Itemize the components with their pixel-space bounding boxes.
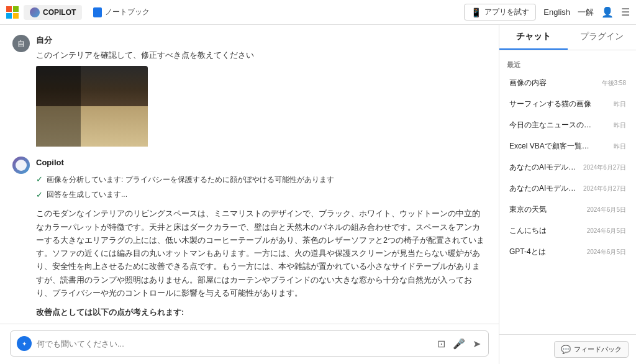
input-area: ✦ ⊡ 🎤 ➤: [0, 324, 499, 364]
sidebar-tabs: チャット プラグイン: [499, 25, 636, 50]
topbar: COPILOT ノートブック 📱 アプリを試す English 一解 👤 ☰: [0, 0, 636, 25]
user-text: このインテリアを確認して、修正すべき点を教えてください: [36, 50, 254, 61]
topbar-right: 📱 アプリを試す English 一解 👤 ☰: [464, 4, 630, 20]
check-text-2: 回答を生成しています...: [47, 189, 127, 201]
try-app-label: アプリを試す: [484, 7, 529, 17]
sidebar-item-date-6: 2024年6月5日: [587, 206, 626, 214]
sidebar-footer: 💬 フィードバック: [499, 334, 636, 364]
hamburger-icon[interactable]: ☰: [621, 6, 630, 18]
interior-image: [36, 66, 148, 147]
sidebar-content: 最近 画像の内容 午後3:58 サーフィンする猫の画像 昨日 今日の主なニュース…: [499, 50, 636, 334]
sidebar-item-title-2: 今日の主なニュースの要約: [509, 120, 596, 130]
user-message: 自 自分 このインテリアを確認して、修正すべき点を教えてください: [12, 35, 486, 147]
check-icon-2: ✓: [36, 189, 43, 202]
user-icon[interactable]: 👤: [601, 6, 614, 18]
sidebar-item-1[interactable]: サーフィンする猫の画像 昨日: [502, 94, 634, 114]
tab-plugin[interactable]: プラグイン: [568, 25, 636, 50]
chat-input[interactable]: [37, 339, 431, 348]
copilot-dot-icon: [30, 7, 40, 17]
sidebar-item-title-0: 画像の内容: [509, 78, 596, 88]
sidebar-item-date-7: 2024年6月5日: [587, 227, 626, 235]
user-avatar: 自: [12, 35, 30, 52]
copilot-label: Copilot: [36, 157, 486, 170]
sidebar-item-5[interactable]: あなたのAIモデルを教えてくださ... 2024年6月27日: [502, 178, 634, 199]
sidebar-item-title-5: あなたのAIモデルを教えてくださ...: [509, 183, 583, 194]
feedback-button[interactable]: 💬 フィードバック: [554, 341, 629, 358]
windows-icon[interactable]: [6, 6, 19, 19]
check-icon-1: ✓: [36, 173, 43, 186]
sidebar-item-date-8: 2024年6月5日: [587, 248, 626, 257]
check-text-1: 画像を分析しています: プライバシーを保護するために顔がぼやける可能性があります: [47, 174, 334, 186]
copilot-avatar: [12, 157, 30, 174]
phone-icon: 📱: [471, 7, 481, 17]
copilot-tab-label: COPILOT: [43, 8, 76, 17]
copilot-message: Copilot ✓ 画像を分析しています: プライバシーを保護するために顔がぼや…: [12, 157, 486, 324]
user-message-content: 自分 このインテリアを確認して、修正すべき点を教えてください: [36, 35, 254, 147]
sidebar-item-0[interactable]: 画像の内容 午後3:58: [502, 73, 634, 93]
chat-messages: 自 自分 このインテリアを確認して、修正すべき点を教えてください Copilot…: [0, 25, 499, 324]
sidebar-item-date-4: 2024年6月27日: [583, 163, 626, 172]
sidebar-item-title-1: サーフィンする猫の画像: [509, 99, 596, 109]
copilot-tab[interactable]: COPILOT: [24, 5, 82, 20]
response-text: このモダンなインテリアのリビングスペースは、ミニマリストのデザインで、ブラック、…: [36, 207, 486, 300]
sidebar-item-title-6: 東京の天気: [509, 204, 587, 215]
main-layout: 自 自分 このインテリアを確認して、修正すべき点を教えてください Copilot…: [0, 25, 636, 364]
language-button[interactable]: English: [543, 7, 570, 17]
sidebar-item-date-1: 昨日: [614, 100, 626, 109]
sidebar-item-date-3: 昨日: [614, 142, 626, 151]
sidebar-item-date-2: 昨日: [614, 121, 626, 130]
sidebar-item-title-8: GPT-4とは: [509, 247, 587, 257]
check-item-1: ✓ 画像を分析しています: プライバシーを保護するために顔がぼやける可能性があり…: [36, 173, 486, 186]
notebook-tab[interactable]: ノートブック: [87, 4, 156, 20]
sidebar-item-4[interactable]: あなたのAIモデルは？ 2024年6月27日: [502, 157, 634, 178]
send-button[interactable]: ➤: [471, 337, 482, 351]
sidebar-item-3[interactable]: Excel VBAで顧客一覧をコピーする方法 昨日: [502, 136, 634, 157]
improvement-title: 改善点としては以下の点が考えられます:: [36, 306, 486, 319]
tab-chat[interactable]: チャット: [499, 25, 568, 50]
copilot-content: Copilot ✓ 画像を分析しています: プライバシーを保護するために顔がぼや…: [36, 157, 486, 324]
mic-button[interactable]: 🎤: [452, 337, 466, 351]
sidebar-section-recent: 最近: [499, 57, 636, 72]
input-avatar: ✦: [17, 336, 32, 351]
try-app-button[interactable]: 📱 アプリを試す: [464, 4, 536, 20]
chat-area: 自 自分 このインテリアを確認して、修正すべき点を教えてください Copilot…: [0, 25, 499, 364]
sidebar-item-date-5: 2024年6月27日: [583, 184, 626, 193]
check-item-2: ✓ 回答を生成しています...: [36, 189, 486, 202]
copilot-avatar-inner: [16, 160, 27, 171]
sidebar-item-title-7: こんにちは: [509, 225, 587, 236]
sidebar-item-2[interactable]: 今日の主なニュースの要約 昨日: [502, 115, 634, 135]
sidebar-item-title-3: Excel VBAで顧客一覧をコピーする方法: [509, 141, 596, 152]
input-icons: ⊡ 🎤 ➤: [436, 337, 482, 351]
feedback-label: フィードバック: [574, 345, 622, 354]
image-input-button[interactable]: ⊡: [436, 337, 447, 351]
notebook-tab-label: ノートブック: [105, 7, 150, 17]
sidebar-item-title-4: あなたのAIモデルは？: [509, 162, 583, 173]
input-wrapper: ✦ ⊡ 🎤 ➤: [10, 330, 489, 357]
one-button[interactable]: 一解: [578, 7, 594, 18]
sidebar-item-7[interactable]: こんにちは 2024年6月5日: [502, 221, 634, 241]
sidebar-item-8[interactable]: GPT-4とは 2024年6月5日: [502, 242, 634, 262]
sidebar: チャット プラグイン 最近 画像の内容 午後3:58 サーフィンする猫の画像 昨…: [499, 25, 636, 364]
topbar-left: COPILOT ノートブック: [6, 4, 156, 20]
user-label: 自分: [36, 35, 254, 46]
sidebar-item-date-0: 午後3:58: [602, 79, 626, 88]
feedback-icon: 💬: [561, 345, 571, 354]
sidebar-item-6[interactable]: 東京の天気 2024年6月5日: [502, 199, 634, 220]
notebook-icon: [93, 7, 102, 17]
